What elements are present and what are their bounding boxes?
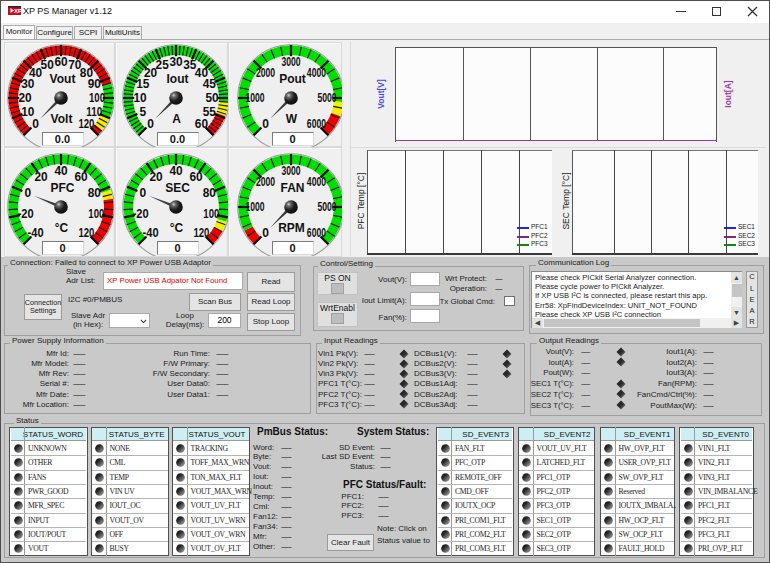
svg-text:1000: 1000 [245,200,264,214]
svg-text:-20: -20 [133,207,149,221]
svg-text:90: 90 [88,77,102,91]
svg-text:5000: 5000 [317,91,336,105]
svg-text:60: 60 [189,170,203,184]
svg-text:A: A [172,112,181,126]
svg-text:°C: °C [55,221,69,235]
svg-text:6000: 6000 [307,226,326,240]
svg-text:45: 45 [203,77,217,91]
svg-text:40: 40 [169,164,183,178]
svg-text:120: 120 [78,226,94,240]
svg-text:4000: 4000 [307,66,326,80]
svg-text:80: 80 [203,186,217,200]
svg-text:10: 10 [133,91,147,105]
svg-text:-40: -40 [143,226,159,240]
svg-text:20: 20 [18,91,32,105]
svg-text:1000: 1000 [245,91,264,105]
svg-text:60: 60 [195,117,209,131]
svg-text:60: 60 [74,170,88,184]
svg-text:3000: 3000 [281,164,300,178]
svg-text:40: 40 [54,164,68,178]
svg-text:80: 80 [88,186,102,200]
svg-text:50: 50 [205,91,219,105]
svg-text:RPM: RPM [278,221,305,235]
svg-text:PFC: PFC [51,181,75,195]
svg-text:2000: 2000 [256,66,275,80]
svg-text:10: 10 [21,105,35,119]
svg-text:Volt: Volt [51,112,73,126]
svg-text:20: 20 [149,170,163,184]
svg-text:120: 120 [193,226,209,240]
svg-text:100: 100 [89,91,105,105]
svg-text:W: W [286,112,298,126]
svg-text:0: 0 [139,186,146,200]
svg-text:SEC: SEC [165,181,190,195]
svg-text:0: 0 [262,117,269,131]
svg-text:5000: 5000 [317,200,336,214]
svg-text:XP: XP [14,8,21,14]
svg-text:30: 30 [169,55,183,69]
svg-text:0: 0 [24,186,31,200]
svg-text:100: 100 [203,207,219,221]
svg-text:0: 0 [262,226,269,240]
svg-text:4000: 4000 [307,175,326,189]
svg-text:0: 0 [147,117,154,131]
svg-text:50: 50 [41,58,55,72]
svg-text:2000: 2000 [256,175,275,189]
svg-text:60: 60 [54,55,68,69]
svg-text:°C: °C [170,221,184,235]
svg-text:25: 25 [156,58,170,72]
svg-text:Vout: Vout [50,72,76,86]
svg-text:Iout: Iout [167,72,189,86]
svg-text:100: 100 [88,207,104,221]
svg-text:Pout: Pout [279,72,306,86]
svg-text:-40: -40 [28,226,44,240]
svg-text:3000: 3000 [281,55,300,69]
svg-text:6000: 6000 [307,117,326,131]
svg-text:120: 120 [78,117,94,131]
svg-text:5: 5 [139,105,146,119]
svg-text:FAN: FAN [281,181,305,195]
svg-text:-20: -20 [18,207,34,221]
svg-text:20: 20 [34,170,48,184]
